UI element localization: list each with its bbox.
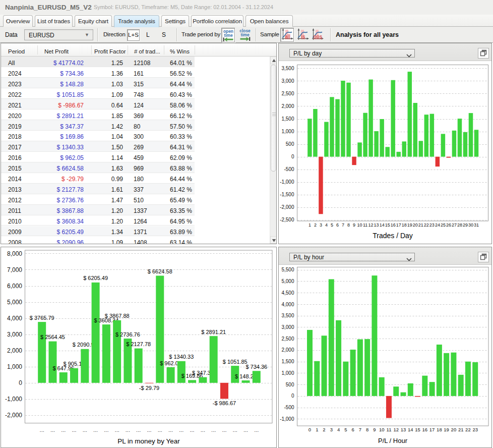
svg-text:...: ... [40,427,44,433]
svg-text:P/L / Hour: P/L / Hour [378,437,408,444]
svg-text:$ 2891.21: $ 2891.21 [201,329,226,335]
svg-text:-1,000: -1,000 [5,396,22,403]
svg-text:2,500: 2,500 [281,91,294,96]
svg-text:1,000: 1,000 [7,363,22,370]
svg-text:31: 31 [474,222,479,228]
svg-text:oos: oos [314,34,323,39]
svg-text:2: 2 [323,427,325,432]
svg-text:27: 27 [452,222,457,228]
svg-text:$ 3765.79: $ 3765.79 [30,315,54,321]
svg-text:$ 1051.85: $ 1051.85 [223,359,248,365]
svg-text:2: 2 [314,222,317,228]
svg-text:3: 3 [320,222,322,228]
svg-text:11: 11 [387,427,392,432]
svg-text:23: 23 [472,427,478,432]
svg-text:$ 3867.88: $ 3867.88 [105,313,130,319]
svg-text:5: 5 [344,427,347,432]
svg-text:4: 4 [325,222,328,228]
svg-text:$ 1340.33: $ 1340.33 [169,354,194,360]
svg-text:2,000: 2,000 [281,103,294,109]
svg-text:11: 11 [363,222,367,228]
svg-text:16: 16 [422,427,428,432]
svg-text:...: ... [115,427,119,433]
svg-text:9: 9 [373,427,376,432]
svg-text:PL in money by Year: PL in money by Year [117,437,180,445]
svg-text:22: 22 [465,427,471,432]
svg-text:...: ... [222,427,226,433]
svg-text:3: 3 [330,427,333,432]
svg-text:...: ... [233,427,237,433]
svg-text:6: 6 [351,427,354,432]
svg-text:$ 734.36: $ 734.36 [245,364,267,370]
svg-text:3,000: 3,000 [281,78,294,84]
svg-text:3,500: 3,500 [281,313,294,318]
svg-text:time: time [240,32,250,37]
svg-text:17: 17 [429,427,435,432]
svg-text:5,000: 5,000 [281,278,294,284]
svg-text:10: 10 [379,427,385,432]
svg-text:0: 0 [19,379,22,386]
svg-text:7,000: 7,000 [7,266,22,273]
svg-text:all: all [284,34,290,39]
svg-text:$ 2564.45: $ 2564.45 [40,334,65,340]
svg-text:21: 21 [418,222,423,228]
svg-text:28: 28 [457,222,462,228]
svg-text:...: ... [93,427,98,433]
svg-text:4,000: 4,000 [7,315,22,322]
svg-text:500: 500 [286,141,294,147]
svg-text:14: 14 [380,222,385,228]
svg-text:$ 6624.58: $ 6624.58 [148,268,172,274]
svg-text:2,000: 2,000 [281,347,294,353]
svg-text:-1,500: -1,500 [280,192,294,197]
svg-text:$ 2736.76: $ 2736.76 [115,331,140,338]
svg-text:3,000: 3,000 [281,324,294,330]
svg-text:is: is [301,34,305,39]
svg-text:8: 8 [366,427,368,432]
svg-text:15: 15 [385,222,390,228]
svg-text:5: 5 [331,222,333,228]
svg-text:17: 17 [396,222,401,228]
svg-text:-2,500: -2,500 [280,217,294,222]
svg-text:23: 23 [429,222,435,228]
svg-text:8,000: 8,000 [7,250,22,257]
svg-text:12: 12 [368,222,374,228]
svg-text:-$ 29.79: -$ 29.79 [139,385,159,391]
svg-text:22: 22 [424,222,429,228]
svg-text:...: ... [72,427,76,433]
svg-text:...: ... [243,427,248,433]
svg-text:12: 12 [393,427,399,432]
svg-text:2,500: 2,500 [281,336,294,342]
svg-text:...: ... [211,427,216,433]
svg-text:9: 9 [353,222,355,228]
svg-text:10: 10 [357,222,362,228]
svg-text:19: 19 [444,427,449,432]
svg-text:1,500: 1,500 [281,359,294,364]
svg-text:26: 26 [446,222,451,228]
svg-text:-500: -500 [284,405,294,410]
svg-text:$ 2127.78: $ 2127.78 [126,341,151,347]
svg-text:20: 20 [413,222,418,228]
svg-text:7: 7 [359,427,361,432]
svg-text:-1,000: -1,000 [280,416,294,422]
svg-text:0: 0 [291,393,294,399]
svg-text:1,000: 1,000 [281,129,294,134]
svg-text:15: 15 [415,427,420,432]
svg-text:...: ... [254,427,259,433]
svg-text:7: 7 [342,222,344,228]
svg-text:5,000: 5,000 [7,299,22,306]
svg-text:13: 13 [374,222,379,228]
svg-text:30: 30 [468,222,473,228]
svg-text:21: 21 [458,427,464,432]
svg-text:-500: -500 [284,166,294,172]
svg-text:1,500: 1,500 [281,116,294,122]
svg-text:...: ... [158,427,162,433]
svg-text:4,000: 4,000 [281,302,294,307]
svg-text:24: 24 [435,222,440,228]
svg-text:14: 14 [408,427,413,432]
svg-text:...: ... [147,427,151,433]
svg-text:Trades / Day: Trades / Day [373,232,413,240]
svg-text:1,000: 1,000 [281,370,294,376]
svg-text:13: 13 [401,427,406,432]
svg-text:3,500: 3,500 [281,66,294,71]
svg-text:6,000: 6,000 [7,283,22,290]
